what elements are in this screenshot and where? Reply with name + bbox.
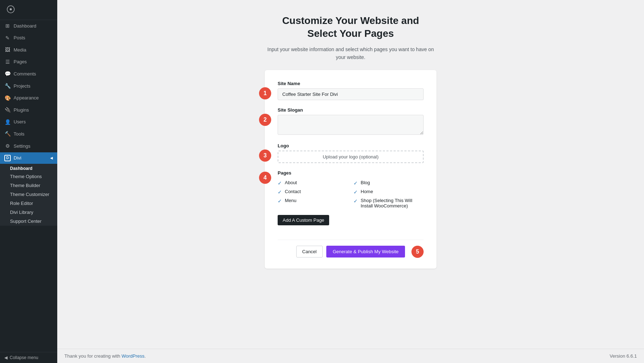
- menu-check-icon: ✓: [278, 198, 282, 204]
- site-slogan-label: Site Slogan: [278, 107, 424, 113]
- collapse-icon: ◀: [4, 355, 8, 360]
- step4-badge: 4: [259, 172, 271, 184]
- upload-logo-button[interactable]: Upload your logo (optional): [278, 151, 424, 163]
- cancel-button[interactable]: Cancel: [296, 246, 323, 257]
- site-name-input[interactable]: [278, 88, 424, 100]
- version-text: Version 6.6.1: [610, 353, 637, 359]
- step4-badge-wrapper: 4: [259, 172, 271, 184]
- tools-icon: 🔨: [4, 131, 11, 138]
- form-card-wrapper: 1 Site Name 2 Site Slogan: [265, 70, 436, 269]
- sidebar-item-label: Posts: [14, 35, 25, 41]
- sidebar-item-label: Media: [14, 47, 26, 53]
- step2-content: Site Slogan: [278, 107, 424, 136]
- sidebar-item-plugins[interactable]: 🔌 Plugins: [0, 104, 57, 116]
- collapse-label: Collapse menu: [10, 355, 38, 360]
- sidebar-item-label: Plugins: [14, 107, 29, 113]
- sidebar-navigation: ⊞ Dashboard ✎ Posts 🖼 Media ☰ Pages 💬 Co…: [0, 20, 57, 352]
- site-name-label: Site Name: [278, 81, 424, 86]
- step4-content: Pages ✓ About ✓ Blog: [278, 170, 424, 232]
- site-slogan-input[interactable]: [278, 115, 424, 135]
- main-content-area: Customize Your Website andSelect Your Pa…: [57, 0, 644, 363]
- about-label: About: [285, 180, 297, 185]
- sidebar-item-support-center[interactable]: Support Center: [0, 217, 57, 226]
- step3-content: Logo Upload your logo (optional): [278, 143, 424, 163]
- main-content: Customize Your Website andSelect Your Pa…: [57, 0, 644, 349]
- media-icon: 🖼: [4, 46, 11, 54]
- page-home-checkbox[interactable]: ✓ Home: [353, 189, 424, 195]
- step3-section: 3 Logo Upload your logo (optional): [278, 143, 424, 163]
- pages-grid: ✓ About ✓ Blog ✓ Contact: [278, 180, 424, 209]
- sidebar-item-tools[interactable]: 🔨 Tools: [0, 128, 57, 140]
- sidebar-item-pages[interactable]: ☰ Pages: [0, 56, 57, 68]
- sidebar-item-label: Projects: [14, 83, 30, 89]
- divi-icon: D: [4, 155, 11, 161]
- sidebar-item-label: Dashboard: [14, 23, 36, 29]
- home-check-icon: ✓: [353, 189, 358, 195]
- sidebar-item-label: Settings: [14, 143, 30, 149]
- page-menu-checkbox[interactable]: ✓ Menu: [278, 198, 348, 209]
- form-card: 1 Site Name 2 Site Slogan: [265, 70, 436, 269]
- sidebar-item-dashboard[interactable]: ⊞ Dashboard: [0, 20, 57, 32]
- step2-section: 2 Site Slogan: [278, 107, 424, 136]
- contact-label: Contact: [285, 189, 301, 194]
- page-shop-checkbox[interactable]: ✓ Shop (Selecting This Will Install WooC…: [353, 198, 424, 209]
- sidebar-item-comments[interactable]: 💬 Comments: [0, 68, 57, 80]
- home-label: Home: [361, 189, 373, 194]
- sidebar-item-theme-customizer[interactable]: Theme Customizer: [0, 190, 57, 199]
- sidebar-item-posts[interactable]: ✎ Posts: [0, 32, 57, 44]
- sidebar-logo: [0, 0, 57, 20]
- posts-icon: ✎: [4, 35, 11, 42]
- step1-section: 1 Site Name: [278, 81, 424, 100]
- sidebar-item-projects[interactable]: 🔧 Projects: [0, 80, 57, 92]
- page-contact-checkbox[interactable]: ✓ Contact: [278, 189, 348, 195]
- step3-badge-wrapper: 3: [259, 149, 271, 162]
- step1-badge-wrapper: 1: [259, 87, 271, 99]
- collapse-menu-button[interactable]: ◀ Collapse menu: [0, 352, 57, 363]
- sidebar-item-divi-library[interactable]: Divi Library: [0, 208, 57, 217]
- step4-section: 4 Pages ✓ About ✓: [278, 170, 424, 232]
- sidebar-item-theme-options[interactable]: Theme Options: [0, 172, 57, 181]
- wordpress-link[interactable]: WordPress: [122, 353, 145, 359]
- appearance-icon: 🎨: [4, 95, 11, 102]
- add-custom-page-button[interactable]: Add A Custom Page: [278, 215, 329, 225]
- divi-dashboard-label: Dashboard: [0, 164, 57, 172]
- sidebar-item-label: Users: [14, 119, 26, 125]
- step3-badge: 3: [259, 149, 271, 162]
- blog-label: Blog: [361, 180, 370, 185]
- divi-label: Divi: [14, 155, 21, 161]
- users-icon: 👤: [4, 119, 11, 126]
- sidebar-item-divi[interactable]: D Divi ◀: [0, 152, 57, 164]
- pages-icon: ☰: [4, 59, 11, 66]
- sidebar-item-settings[interactable]: ⚙ Settings: [0, 140, 57, 152]
- page-footer: Thank you for creating with WordPress. V…: [57, 349, 644, 363]
- page-blog-checkbox[interactable]: ✓ Blog: [353, 180, 424, 186]
- blog-check-icon: ✓: [353, 180, 358, 186]
- sidebar-item-label: Tools: [14, 131, 24, 137]
- sidebar-item-role-editor[interactable]: Role Editor: [0, 199, 57, 208]
- footer-text: Thank you for creating with WordPress.: [64, 353, 146, 359]
- step2-badge: 2: [259, 114, 271, 126]
- sidebar: ⊞ Dashboard ✎ Posts 🖼 Media ☰ Pages 💬 Co…: [0, 0, 57, 363]
- generate-publish-button[interactable]: Generate & Publish My Website: [326, 246, 405, 257]
- plugins-icon: 🔌: [4, 107, 11, 114]
- card-footer: Cancel Generate & Publish My Website 5: [278, 240, 424, 258]
- page-title: Customize Your Website andSelect Your Pa…: [282, 14, 419, 40]
- menu-label: Menu: [285, 198, 297, 203]
- page-about-checkbox[interactable]: ✓ About: [278, 180, 348, 186]
- dashboard-icon: ⊞: [4, 23, 11, 30]
- sidebar-item-label: Pages: [14, 59, 27, 65]
- projects-icon: 🔧: [4, 83, 11, 90]
- sidebar-item-media[interactable]: 🖼 Media: [0, 44, 57, 56]
- divi-submenu: Dashboard Theme Options Theme Builder Th…: [0, 164, 57, 226]
- contact-check-icon: ✓: [278, 189, 282, 195]
- sidebar-item-theme-builder[interactable]: Theme Builder: [0, 181, 57, 190]
- step2-badge-wrapper: 2: [259, 114, 271, 126]
- shop-check-icon: ✓: [353, 198, 358, 204]
- svg-point-1: [10, 8, 12, 10]
- comments-icon: 💬: [4, 70, 11, 78]
- pages-label: Pages: [278, 170, 424, 176]
- step1-content: Site Name: [278, 81, 424, 100]
- sidebar-item-users[interactable]: 👤 Users: [0, 116, 57, 128]
- sidebar-item-appearance[interactable]: 🎨 Appearance: [0, 92, 57, 104]
- divi-arrow-icon: ◀: [50, 156, 53, 160]
